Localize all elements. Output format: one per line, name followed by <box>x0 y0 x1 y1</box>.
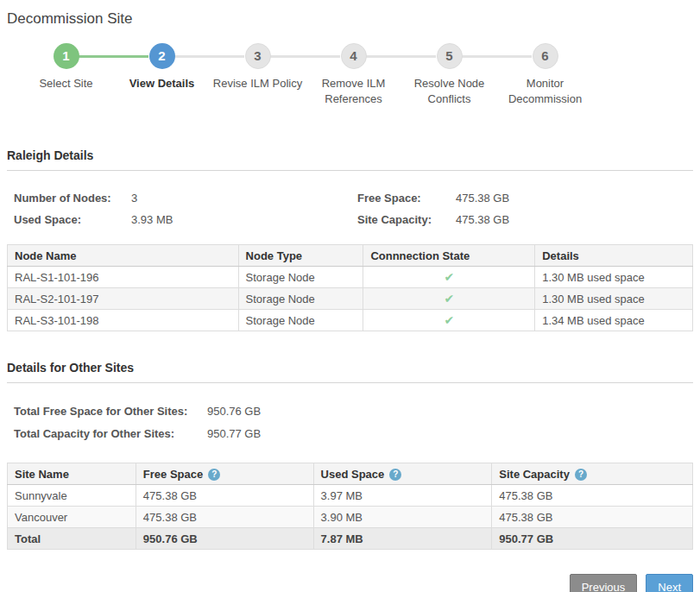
wizard-step-select-site[interactable]: 1 Select Site <box>18 43 114 107</box>
connected-check-icon: ✔ <box>444 270 454 284</box>
step-label: Monitor Decommission <box>501 76 590 107</box>
column-header-connection-state: Connnection State <box>363 245 535 267</box>
field-value: 475.38 GB <box>456 192 693 205</box>
step-label: Select Site <box>39 76 92 91</box>
wizard-stepper: 1 Select Site 2 View Details 3 Revise IL… <box>7 43 693 129</box>
wizard-step-monitor-decommission[interactable]: 6 Monitor Decommission <box>497 43 593 107</box>
step-number-badge: 5 <box>437 43 463 69</box>
field-label: Free Space: <box>357 192 456 205</box>
section-heading-site-details: Raleigh Details <box>7 148 693 171</box>
site-name-cell: Vancouver <box>8 507 136 528</box>
wizard-step-remove-ilm-references[interactable]: 4 Remove ILM References <box>306 43 401 107</box>
step-number-badge: 4 <box>341 43 367 69</box>
details-cell: 1.34 MB used space <box>535 310 693 331</box>
help-icon[interactable]: ? <box>575 469 587 481</box>
site-details-summary: Number of Nodes: 3 Free Space: 475.38 GB… <box>14 192 693 226</box>
table-header-row: Site Name Free Space? Used Space? Site C… <box>8 463 693 485</box>
column-header-free-space: Free Space? <box>136 463 313 485</box>
field-value: 950.77 GB <box>207 427 693 440</box>
field-label: Number of Nodes: <box>14 192 131 205</box>
used-space-cell: 3.97 MB <box>313 485 492 507</box>
field-value: 3 <box>131 192 357 205</box>
column-header-used-space: Used Space? <box>313 463 492 485</box>
node-name-cell: RAL-S1-101-196 <box>8 267 239 288</box>
field-value: 475.38 GB <box>456 213 693 226</box>
table-row: Vancouver 475.38 GB 3.90 MB 475.38 GB <box>8 507 693 528</box>
site-capacity-cell: 950.77 GB <box>492 528 693 550</box>
node-type-cell: Storage Node <box>238 310 363 331</box>
column-header-node-name: Node Name <box>8 245 239 267</box>
table-row: RAL-S1-101-196 Storage Node ✔ 1.30 MB us… <box>8 267 693 288</box>
connection-state-cell: ✔ <box>363 267 535 288</box>
field-label: Used Space: <box>14 213 131 226</box>
column-header-node-type: Node Type <box>238 245 363 267</box>
site-name-cell: Sunnyvale <box>8 485 136 507</box>
free-space-cell: 475.38 GB <box>136 507 313 528</box>
column-header-details: Details <box>535 245 693 267</box>
field-value: 3.93 MB <box>131 213 357 226</box>
node-type-cell: Storage Node <box>238 288 363 310</box>
nodes-table: Node Name Node Type Connnection State De… <box>7 244 693 331</box>
step-number-badge: 2 <box>149 43 175 69</box>
details-cell: 1.30 MB used space <box>535 288 693 310</box>
field-label: Total Capacity for Other Sites: <box>14 427 207 440</box>
wizard-step-resolve-node-conflicts[interactable]: 5 Resolve Node Conflicts <box>401 43 497 107</box>
table-row: RAL-S3-101-198 Storage Node ✔ 1.34 MB us… <box>8 310 693 331</box>
column-header-site-name: Site Name <box>8 463 136 485</box>
field-label: Site Capacity: <box>357 213 456 226</box>
section-heading-other-sites: Details for Other Sites <box>7 361 693 383</box>
previous-button[interactable]: Previous <box>570 574 638 592</box>
help-icon[interactable]: ? <box>208 469 220 481</box>
connection-state-cell: ✔ <box>363 288 535 310</box>
site-capacity-cell: 475.38 GB <box>492 507 693 528</box>
wizard-step-revise-ilm-policy[interactable]: 3 Revise ILM Policy <box>210 43 306 107</box>
help-icon[interactable]: ? <box>389 469 401 481</box>
step-number-badge: 6 <box>533 43 558 69</box>
other-sites-table: Site Name Free Space? Used Space? Site C… <box>7 463 693 550</box>
connected-check-icon: ✔ <box>444 292 454 305</box>
connection-state-cell: ✔ <box>363 310 535 331</box>
step-number-badge: 1 <box>54 43 79 69</box>
field-value: 950.76 GB <box>207 405 693 418</box>
node-type-cell: Storage Node <box>238 267 363 288</box>
node-name-cell: RAL-S2-101-197 <box>8 288 239 310</box>
site-name-cell: Total <box>8 528 136 550</box>
table-total-row: Total 950.76 GB 7.87 MB 950.77 GB <box>8 528 693 550</box>
field-label: Total Free Space for Other Sites: <box>14 405 207 418</box>
other-sites-summary: Total Free Space for Other Sites: 950.76… <box>14 405 693 440</box>
node-name-cell: RAL-S3-101-198 <box>8 310 239 331</box>
table-row: RAL-S2-101-197 Storage Node ✔ 1.30 MB us… <box>8 288 693 310</box>
used-space-cell: 3.90 MB <box>313 507 492 528</box>
step-label: Resolve Node Conflicts <box>405 76 495 107</box>
connected-check-icon: ✔ <box>444 313 454 327</box>
next-button[interactable]: Next <box>646 574 693 592</box>
page-title: Decommission Site <box>7 10 693 28</box>
step-number-badge: 3 <box>245 43 271 69</box>
used-space-cell: 7.87 MB <box>313 528 492 550</box>
table-header-row: Node Name Node Type Connnection State De… <box>8 245 693 267</box>
details-cell: 1.30 MB used space <box>535 267 693 288</box>
free-space-cell: 475.38 GB <box>136 485 313 507</box>
wizard-step-view-details[interactable]: 2 View Details <box>114 43 210 107</box>
free-space-cell: 950.76 GB <box>136 528 313 550</box>
step-label: Revise ILM Policy <box>213 76 302 91</box>
site-capacity-cell: 475.38 GB <box>492 485 693 507</box>
wizard-footer: Previous Next <box>7 574 693 592</box>
column-header-site-capacity: Site Capacity? <box>492 463 693 485</box>
table-row: Sunnyvale 475.38 GB 3.97 MB 475.38 GB <box>8 485 693 507</box>
step-label: Remove ILM References <box>309 76 399 107</box>
step-label: View Details <box>129 76 195 91</box>
